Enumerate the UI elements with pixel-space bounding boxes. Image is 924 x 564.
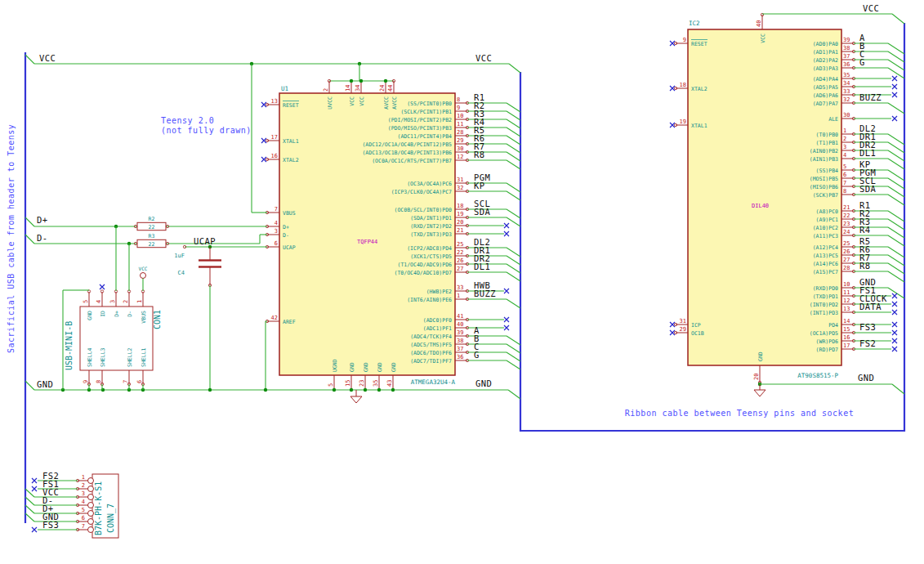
schematic-canvas[interactable]: VCCVCCU1TQFP44ATMEGA32U4-A13RESET17XTAL1… bbox=[0, 0, 924, 564]
junction-dot bbox=[384, 79, 387, 83]
net-label-GND: GND bbox=[475, 378, 492, 388]
pin-number: 41 bbox=[457, 313, 463, 320]
bus-entry bbox=[888, 247, 904, 257]
net-label-D-: D- bbox=[37, 233, 47, 243]
pin-number: 29 bbox=[680, 326, 686, 333]
pin-name: (SDA/INT1)PD1 bbox=[410, 215, 452, 222]
pin-number: 6 bbox=[136, 380, 143, 383]
net-label-BUZZ: BUZZ bbox=[474, 289, 496, 298]
pin-number: 26 bbox=[843, 248, 850, 255]
pin-number: 4 bbox=[843, 152, 846, 159]
bus-entry bbox=[507, 256, 520, 265]
pin-number: 21 bbox=[843, 204, 850, 211]
bus-entry bbox=[888, 255, 904, 266]
conn7-value: B7K-PH-K-S1 bbox=[94, 481, 103, 535]
u1-package: TQFP44 bbox=[357, 239, 377, 245]
bus-entry bbox=[507, 144, 520, 153]
bus-entry bbox=[888, 227, 904, 238]
net-label-DL1: DL1 bbox=[859, 148, 876, 158]
junction-dot bbox=[333, 388, 336, 392]
bus-entry bbox=[25, 513, 34, 521]
pin-name: (AD4)PA4 bbox=[813, 76, 838, 83]
pin-number: 24 bbox=[843, 229, 850, 235]
r3-value: 22 bbox=[149, 241, 155, 248]
bus-entry bbox=[25, 381, 34, 390]
no-connect-icon bbox=[892, 322, 897, 327]
pin-number: 8 bbox=[843, 188, 846, 195]
net-label-BUZZ: BUZZ bbox=[859, 92, 882, 102]
net-label-GND: GND bbox=[858, 373, 874, 383]
net-label-VCC: VCC bbox=[863, 3, 879, 13]
pin-number: 31 bbox=[457, 177, 463, 183]
pin-name: (T1)PB1 bbox=[816, 140, 838, 146]
bus-entry bbox=[888, 178, 904, 189]
pin-name: (AD7)PA7 bbox=[813, 101, 838, 107]
pin-name: (ADC5/TMS)PF5 bbox=[410, 342, 452, 348]
junction-dot bbox=[364, 388, 367, 392]
pin-number: 43 bbox=[386, 380, 393, 387]
bus-entry bbox=[888, 263, 904, 274]
pin-number: 2 bbox=[82, 482, 85, 489]
no-connect-icon bbox=[892, 293, 897, 298]
pin-name: (TXD/INT3)PD3 bbox=[410, 231, 452, 238]
pin-number: 29 bbox=[457, 137, 463, 144]
ground-symbol bbox=[754, 390, 766, 396]
pin-name: VBUS bbox=[283, 210, 296, 217]
pin-number: 12 bbox=[843, 298, 850, 304]
pin-name: XTAL1 bbox=[283, 138, 299, 145]
pin-number: 22 bbox=[843, 213, 850, 219]
net-label-VCC: VCC bbox=[475, 53, 492, 63]
pin-name: (SS)PB4 bbox=[816, 168, 838, 174]
pin-number: 14 bbox=[345, 85, 351, 92]
net-label-R4: R4 bbox=[859, 225, 870, 235]
no-connect-icon bbox=[504, 325, 509, 330]
no-connect-icon bbox=[892, 338, 897, 343]
pin-number: 15 bbox=[345, 380, 351, 387]
pin-name: D- bbox=[283, 232, 289, 239]
bus-entry bbox=[507, 352, 520, 361]
pin-number: 32 bbox=[843, 96, 850, 103]
bus-entry bbox=[888, 51, 904, 62]
bus-entry bbox=[507, 111, 520, 120]
pin-name: VCC bbox=[349, 96, 355, 106]
bus-entry bbox=[507, 191, 520, 200]
pin-number: 5 bbox=[83, 300, 89, 303]
bus-entry bbox=[507, 209, 520, 218]
pin-number: 10 bbox=[457, 113, 463, 119]
pin-number: 37 bbox=[843, 53, 850, 60]
pin-name: (MOSI)PB5 bbox=[810, 176, 838, 182]
pin-name: AVCC bbox=[391, 96, 398, 110]
pin-name: (A15)PC7 bbox=[813, 269, 838, 275]
note-teensy-line1: Teensy 2.0 bbox=[161, 116, 214, 126]
pin-number: 44 bbox=[387, 85, 394, 92]
con1-ref: CON1 bbox=[153, 310, 162, 329]
pin-name: (SCLK/PCINT1)PB1 bbox=[400, 109, 452, 115]
pin-number: 37 bbox=[457, 346, 463, 352]
pin-number: 35 bbox=[373, 380, 379, 387]
pin-number: 5 bbox=[843, 163, 846, 170]
pin-number: 2 bbox=[323, 88, 329, 92]
pin-number: 6 bbox=[82, 515, 85, 521]
pin-number: 8 bbox=[96, 380, 102, 383]
pin-number: 10 bbox=[843, 281, 850, 288]
pin-number: 27 bbox=[457, 266, 463, 272]
bus-entry bbox=[25, 55, 34, 64]
pin-name: (PDO/MISO/PCINT3)PB3 bbox=[388, 125, 452, 132]
pin-name: OC1B bbox=[691, 330, 704, 337]
pin-name: (RD)PD7 bbox=[816, 347, 838, 353]
junction-dot bbox=[208, 388, 212, 392]
bus-entry bbox=[888, 159, 904, 169]
net-label-UCAP: UCAP bbox=[194, 236, 216, 246]
pin-number: 15 bbox=[843, 326, 850, 333]
bus-entry bbox=[507, 152, 520, 161]
pin-name: (AD5)PA5 bbox=[813, 84, 838, 91]
pin-number: 42 bbox=[271, 315, 278, 321]
pin-number: 35 bbox=[843, 72, 850, 78]
pin-name: GND bbox=[757, 351, 764, 361]
pin-name: (AD6)PA6 bbox=[813, 92, 838, 99]
pin-number: 31 bbox=[680, 318, 686, 325]
no-connect-icon bbox=[892, 310, 897, 315]
pin-name: GND bbox=[391, 362, 397, 372]
ic2-value: AT90S8515-P bbox=[797, 372, 838, 379]
pin-name: AREF bbox=[283, 319, 296, 325]
